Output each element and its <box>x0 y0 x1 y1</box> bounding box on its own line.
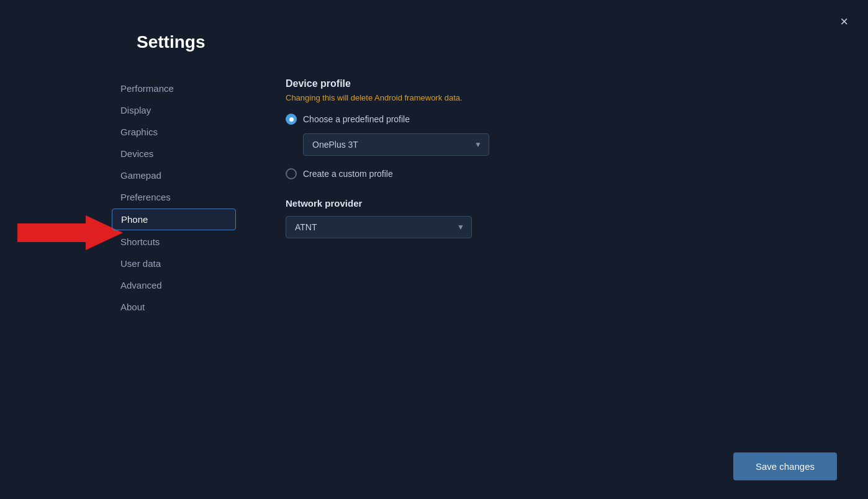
radio-group: Choose a predefined profile OnePlus 3T P… <box>286 114 831 179</box>
sidebar-item-preferences[interactable]: Preferences <box>112 187 236 207</box>
network-provider-select[interactable]: ATNT Verizon T-Mobile Sprint <box>286 216 472 238</box>
sidebar-item-about[interactable]: About <box>112 297 236 317</box>
predefined-dropdown-container: OnePlus 3T Pixel 4 Samsung Galaxy S10 Cu… <box>303 133 489 156</box>
sidebar-item-graphics[interactable]: Graphics <box>112 122 236 142</box>
sidebar-item-gamepad[interactable]: Gamepad <box>112 165 236 186</box>
radio-predefined[interactable]: Choose a predefined profile <box>286 114 831 125</box>
sidebar-item-shortcuts[interactable]: Shortcuts <box>112 232 236 252</box>
network-provider-section: Network provider ATNT Verizon T-Mobile S… <box>286 198 831 238</box>
radio-custom-circle <box>286 168 297 179</box>
sidebar-item-display[interactable]: Display <box>112 100 236 120</box>
radio-predefined-label: Choose a predefined profile <box>303 114 410 124</box>
device-profile-title: Device profile <box>286 78 831 89</box>
content-area: Device profile Changing this will delete… <box>236 31 868 499</box>
radio-predefined-circle <box>286 114 297 125</box>
device-profile-section: Device profile Changing this will delete… <box>286 78 831 179</box>
device-profile-warning: Changing this will delete Android framew… <box>286 93 831 102</box>
main-layout: Performance Display Graphics Devices Gam… <box>0 0 868 499</box>
sidebar-item-userdata[interactable]: User data <box>112 253 236 274</box>
radio-custom[interactable]: Create a custom profile <box>286 168 831 179</box>
sidebar: Performance Display Graphics Devices Gam… <box>112 31 236 499</box>
sidebar-item-devices[interactable]: Devices <box>112 143 236 164</box>
predefined-profile-select[interactable]: OnePlus 3T Pixel 4 Samsung Galaxy S10 Cu… <box>303 133 489 156</box>
settings-dialog: × Settings Performance Display Graphics … <box>0 0 868 499</box>
radio-custom-label: Create a custom profile <box>303 169 393 179</box>
save-button-area: Save changes <box>733 452 837 480</box>
page-title: Settings <box>137 32 205 52</box>
settings-title-area: Settings <box>137 32 205 52</box>
sidebar-item-performance[interactable]: Performance <box>112 78 236 99</box>
sidebar-item-phone[interactable]: Phone <box>112 209 236 230</box>
close-button[interactable]: × <box>838 12 851 31</box>
save-changes-button[interactable]: Save changes <box>733 452 837 480</box>
network-dropdown-container: ATNT Verizon T-Mobile Sprint ▼ <box>286 216 472 238</box>
predefined-dropdown-wrapper: OnePlus 3T Pixel 4 Samsung Galaxy S10 Cu… <box>303 133 831 156</box>
network-provider-title: Network provider <box>286 198 831 209</box>
sidebar-item-advanced[interactable]: Advanced <box>112 275 236 295</box>
